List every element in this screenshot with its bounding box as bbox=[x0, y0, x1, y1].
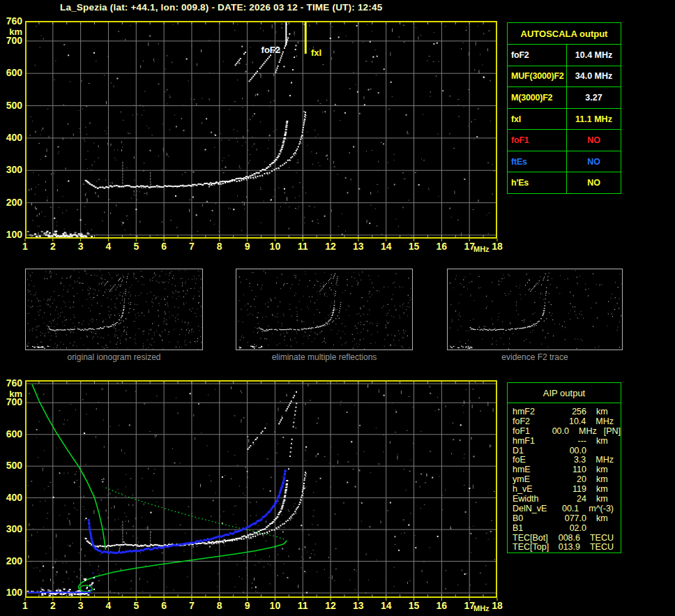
x-tick-label: 13 bbox=[349, 600, 367, 611]
y-tick-label: 300 bbox=[1, 524, 22, 534]
y-tick-label: 600 bbox=[1, 429, 22, 440]
aip-value: 02.0 bbox=[559, 523, 586, 533]
x-tick-label: 5 bbox=[127, 600, 145, 611]
autoscala-panel-title: AUTOSCALA output bbox=[508, 23, 621, 45]
fxi-marker-label: fxI bbox=[311, 47, 321, 58]
autoscala-row-value: 3.27 bbox=[567, 87, 621, 108]
x-tick-label: 6 bbox=[155, 600, 173, 611]
x-tick-label: 12 bbox=[321, 600, 340, 611]
aip-value: 013.9 bbox=[554, 542, 580, 552]
aip-extra: [PN] bbox=[597, 426, 621, 436]
autoscala-row-fxI: fxI11.1 MHz bbox=[508, 109, 621, 130]
autoscala-row-label: M(3000)F2 bbox=[508, 87, 567, 108]
x-tick-label: 7 bbox=[183, 600, 201, 611]
autoscala-row-value: NO bbox=[567, 151, 621, 172]
x-tick-label: 8 bbox=[211, 600, 229, 611]
x-tick-label: 5 bbox=[127, 241, 145, 252]
aip-row-B0: B0077.0km bbox=[513, 513, 621, 523]
aip-value: 24 bbox=[559, 494, 586, 504]
aip-unit: TECU bbox=[580, 533, 614, 543]
aip-row-foF1: foF100.0MHz[PN] bbox=[513, 426, 621, 436]
y-tick-label: 500 bbox=[1, 460, 22, 471]
x-tick-label: 16 bbox=[432, 241, 450, 252]
aip-output-panel: AIP output hmF2256kmfoF210.4MHzfoF100.0M… bbox=[507, 382, 621, 553]
thumbnail-eliminate-reflections bbox=[236, 269, 413, 350]
aip-unit: m^(-3) bbox=[579, 504, 614, 513]
aip-row-ymE: ymE20km bbox=[513, 474, 621, 484]
autoscala-row-value: NO bbox=[567, 130, 621, 151]
y-tick-label: 700 bbox=[1, 36, 22, 46]
autoscala-row-value: 34.0 MHz bbox=[567, 66, 621, 87]
thumbnail-evidence-f2-trace bbox=[447, 269, 623, 350]
y-tick-label: 500 bbox=[1, 100, 22, 111]
autoscala-rows: foF210.4 MHzMUF(3000)F234.0 MHzM(3000)F2… bbox=[508, 45, 621, 193]
autoscala-row-label: h'Es bbox=[508, 172, 567, 193]
autoscala-row-ftEs: ftEsNO bbox=[508, 151, 621, 173]
autoscala-row-value: NO bbox=[567, 172, 621, 193]
y-tick-label: 200 bbox=[1, 556, 22, 566]
x-tick-label: 4 bbox=[99, 600, 117, 611]
aip-value: --- bbox=[559, 436, 586, 446]
x-tick-label: 8 bbox=[211, 241, 229, 252]
autoscala-output-panel: AUTOSCALA output foF210.4 MHzMUF(3000)F2… bbox=[507, 22, 621, 194]
autoscala-row-foF1: foF1NO bbox=[508, 130, 621, 151]
y-tick-label: 400 bbox=[1, 133, 22, 143]
aip-label: hmE bbox=[513, 465, 559, 474]
aip-unit: TECU bbox=[580, 542, 614, 552]
aip-label: h_vE bbox=[513, 484, 559, 494]
aip-unit: km bbox=[586, 407, 608, 416]
autoscala-row-value: 11.1 MHz bbox=[567, 109, 621, 130]
x-tick-label: 12 bbox=[321, 241, 340, 252]
y-tick-label: 760 bbox=[1, 16, 22, 27]
x-tick-label: 3 bbox=[72, 600, 90, 611]
fof2-marker-label: foF2 bbox=[245, 45, 280, 55]
x-tick-label: 14 bbox=[377, 600, 395, 611]
y-axis-unit: km bbox=[1, 389, 22, 399]
autoscala-row-M(3000)F2: M(3000)F23.27 bbox=[508, 87, 621, 109]
aip-value: 077.0 bbox=[559, 513, 586, 523]
aip-unit: MHz bbox=[586, 455, 614, 465]
thumbnail-caption-1: original ionogram resized bbox=[25, 352, 203, 362]
aip-label: TEC[Top] bbox=[513, 542, 554, 552]
aip-unit: MHz bbox=[569, 426, 597, 436]
autoscala-row-value: 10.4 MHz bbox=[567, 45, 621, 66]
x-tick-label: 6 bbox=[155, 241, 173, 252]
x-tick-label: 15 bbox=[405, 241, 423, 252]
aip-label: foF1 bbox=[513, 426, 547, 436]
aip-value: 00.1 bbox=[554, 504, 579, 513]
autoscala-row-foF2: foF210.4 MHz bbox=[508, 45, 621, 66]
thumbnail-original-ionogram bbox=[25, 269, 203, 350]
aip-row-foE: foE3.3MHz bbox=[513, 455, 621, 465]
autoscala-window: La_Spezia (lat: +44.1, lon: 009.8) - DAT… bbox=[0, 0, 675, 616]
aip-unit: km bbox=[586, 513, 608, 523]
aip-value: 256 bbox=[559, 407, 586, 416]
aip-row-h_vE: h_vE119km bbox=[513, 484, 621, 494]
aip-label: DelN_vE bbox=[513, 504, 554, 513]
aip-label: foE bbox=[513, 455, 559, 465]
y-tick-label: 760 bbox=[1, 378, 22, 389]
y-axis-unit: km bbox=[1, 27, 22, 37]
x-tick-label: 3 bbox=[72, 241, 90, 252]
aip-value: 20 bbox=[559, 474, 586, 484]
y-tick-label: 400 bbox=[1, 493, 22, 503]
autoscala-row-label: foF2 bbox=[508, 45, 567, 66]
y-tick-label: 100 bbox=[1, 587, 22, 598]
x-tick-label: 18 bbox=[488, 241, 506, 252]
x-tick-label: 2 bbox=[44, 241, 62, 252]
x-tick-label: 11 bbox=[294, 600, 312, 611]
aip-unit: km bbox=[586, 436, 608, 446]
x-tick-label: 1 bbox=[16, 600, 34, 611]
bottom-ionogram-plot bbox=[25, 380, 497, 602]
aip-row-hmF2: hmF2256km bbox=[513, 407, 621, 416]
aip-label: hmF2 bbox=[513, 407, 559, 416]
aip-row-TEC[Bot]: TEC[Bot]008.6TECU bbox=[513, 533, 621, 543]
x-tick-label: 15 bbox=[405, 600, 423, 611]
y-tick-label: 300 bbox=[1, 165, 22, 175]
x-tick-label: 18 bbox=[488, 600, 506, 611]
aip-row-foF2: foF210.4MHz bbox=[513, 416, 621, 426]
x-axis-unit: MHz bbox=[473, 604, 490, 613]
x-tick-label: 9 bbox=[238, 241, 257, 252]
aip-row-Ewidth: Ewidth24km bbox=[513, 494, 621, 504]
aip-label: D1 bbox=[513, 446, 559, 456]
aip-row-D1: D100.0 bbox=[513, 446, 621, 456]
